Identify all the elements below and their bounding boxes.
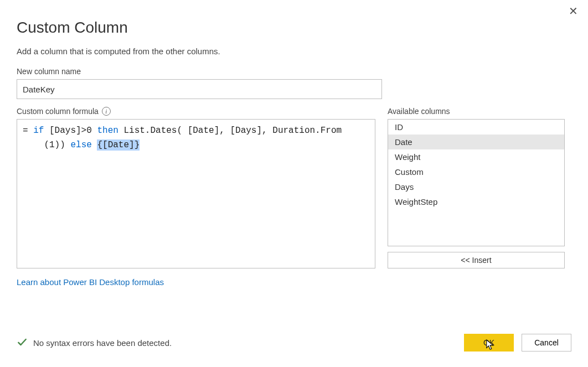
available-columns-list[interactable]: ID Date Weight Custom Days WeightStep [388, 119, 565, 246]
learn-link[interactable]: Learn about Power BI Desktop formulas [17, 277, 375, 287]
cancel-button[interactable]: Cancel [522, 334, 571, 352]
list-item[interactable]: Date [388, 135, 564, 149]
list-item[interactable]: Custom [388, 164, 564, 179]
check-icon [17, 337, 28, 349]
formula-code-line2: (1)) else {[Date]} [23, 138, 369, 153]
formula-code: = if [Days]>0 then List.Dates( [Date], [… [23, 124, 369, 138]
formula-selection: {[Date]} [97, 139, 140, 151]
formula-editor[interactable]: = if [Days]>0 then List.Dates( [Date], [… [17, 119, 375, 268]
formula-label: Custom column formula [17, 107, 99, 116]
dialog-title: Custom Column [17, 19, 571, 37]
dialog-footer: No syntax errors have been detected. OK … [17, 334, 571, 352]
info-icon[interactable]: i [102, 107, 111, 116]
status-text: No syntax errors have been detected. [33, 338, 172, 348]
available-columns-label: Available columns [388, 107, 565, 116]
status-message: No syntax errors have been detected. [17, 337, 172, 349]
insert-button[interactable]: << Insert [388, 252, 565, 268]
close-icon[interactable]: ✕ [569, 6, 578, 17]
list-item[interactable]: Weight [388, 149, 564, 164]
dialog-subtitle: Add a column that is computed from the o… [17, 46, 571, 56]
list-item[interactable]: Days [388, 179, 564, 194]
new-column-name-label: New column name [17, 67, 571, 76]
list-item[interactable]: ID [388, 120, 564, 135]
custom-column-dialog: ✕ Custom Column Add a column that is com… [0, 0, 588, 367]
list-item[interactable]: WeightStep [388, 194, 564, 209]
ok-button[interactable]: OK [464, 334, 514, 352]
new-column-name-input[interactable] [17, 79, 382, 99]
